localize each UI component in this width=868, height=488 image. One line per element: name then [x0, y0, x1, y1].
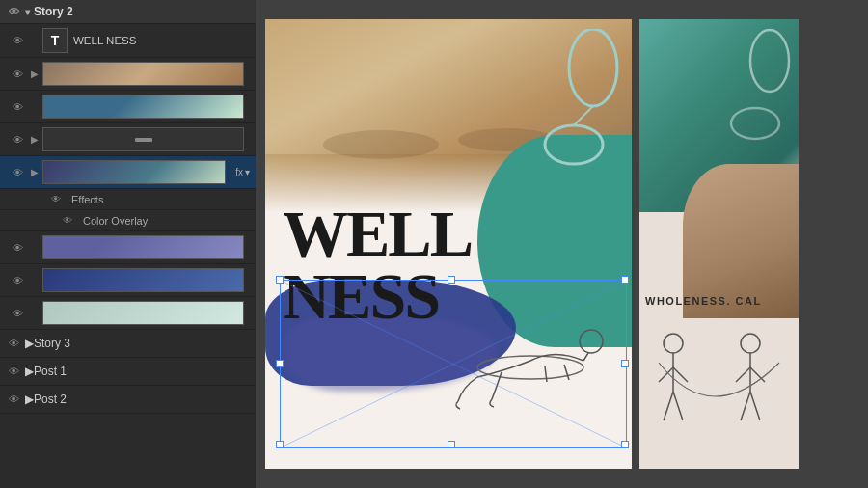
adobe2-eye-icon[interactable]: 👁 — [10, 167, 25, 178]
post2-chevron-icon: ▶ — [25, 393, 34, 406]
post1-label: Post 1 — [34, 365, 67, 378]
svg-line-26 — [750, 367, 765, 382]
svg-point-23 — [741, 334, 760, 353]
layer-shape1[interactable]: 👁 Shape 1 — [0, 91, 256, 123]
layers-panel: 👁 ▾ Story 2 👁 T WELL NESS 👁 ▶ AdobeStock… — [0, 0, 256, 488]
adobe2-thumb — [42, 160, 226, 184]
color-overlay-label: Color Overlay — [83, 215, 148, 227]
post1-chevron-icon: ▶ — [25, 365, 34, 378]
svg-line-22 — [673, 392, 683, 420]
watercolor-eye-icon[interactable]: 👁 — [10, 242, 25, 254]
story3-chevron-icon: ▶ — [25, 337, 34, 350]
effects-eye-icon: 👁 — [48, 194, 64, 204]
well-ness-layer-label: WELL NESS — [73, 35, 250, 46]
svg-point-9 — [580, 330, 603, 353]
svg-line-25 — [736, 367, 750, 382]
rp-wholeness-text: WHOLENESS. CAL — [645, 295, 762, 307]
svg-rect-0 — [135, 138, 152, 142]
color-overlay-row[interactable]: 👁 Color Overlay — [0, 210, 256, 231]
svg-point-16 — [731, 108, 779, 139]
post2-eye-icon[interactable]: 👁 — [6, 393, 21, 405]
sel-handle-bc[interactable] — [448, 441, 455, 448]
svg-point-3 — [323, 130, 439, 159]
rp-abstract-shapes — [717, 27, 794, 181]
sel-handle-mr[interactable] — [621, 360, 629, 367]
shape1-eye-icon[interactable]: 👁 — [10, 101, 25, 113]
layer-adobe2[interactable]: 👁 ▶ AdobeStock_282156710 fx ▾ — [0, 156, 256, 189]
svg-line-19 — [659, 367, 673, 382]
shape1-thumb — [42, 95, 244, 119]
line-eye-icon[interactable]: 👁 — [10, 134, 25, 146]
sel-handle-tl[interactable] — [276, 276, 284, 284]
wellness-text-element: WELL NESS — [283, 203, 472, 327]
bg-eye-icon[interactable]: 👁 — [10, 308, 25, 319]
story2-chevron-icon: ▾ — [25, 7, 30, 17]
color-overlay-eye-icon: 👁 — [60, 215, 75, 226]
line-thumb — [42, 127, 244, 151]
svg-line-7 — [574, 106, 593, 125]
layer-bg-color[interactable]: 👁 Background Color — [0, 297, 256, 330]
rp-jump-figure — [644, 314, 794, 469]
svg-line-10 — [583, 353, 588, 361]
well-ness-eye-icon[interactable]: 👁 — [10, 35, 25, 46]
story3-eye-icon[interactable]: 👁 — [6, 338, 21, 349]
layer-well-ness[interactable]: 👁 T WELL NESS — [0, 24, 256, 58]
sel-handle-tr[interactable] — [621, 276, 629, 284]
post1-eye-icon[interactable]: 👁 — [6, 366, 21, 377]
svg-line-27 — [741, 392, 750, 420]
abstract-shapes-svg — [526, 29, 622, 203]
layer-line-group[interactable]: 👁 ▶ line — [0, 123, 256, 156]
adobe1-eye-icon[interactable]: 👁 — [10, 68, 25, 80]
svg-point-15 — [750, 30, 789, 92]
right-canvas-panel: WHOLENESS. CAL — [639, 19, 799, 469]
svg-line-21 — [664, 392, 673, 420]
story2-eye-icon[interactable]: 👁 — [6, 6, 21, 17]
svg-line-11 — [564, 365, 569, 380]
svg-point-6 — [545, 125, 603, 164]
adobe1-thumb — [42, 62, 244, 86]
post1-group-header[interactable]: 👁 ▶ Post 1 — [0, 358, 256, 386]
watercolor-thumb — [42, 235, 244, 259]
story2-group-header[interactable]: 👁 ▾ Story 2 — [0, 0, 256, 24]
effects-label: Effects — [71, 194, 103, 205]
yoga-line-figure — [448, 295, 612, 420]
right-panel-content: WHOLENESS. CAL — [639, 19, 799, 469]
svg-line-12 — [545, 366, 547, 382]
shape2-thumb — [42, 268, 244, 292]
fx-badge: fx — [235, 167, 243, 177]
story2-label: Story 2 — [34, 5, 73, 18]
adobe2-chevron: ▾ — [245, 167, 250, 177]
wellness-line1: WELL — [283, 203, 472, 265]
canvas-area: WELL NESS — [256, 0, 868, 488]
svg-point-5 — [569, 29, 617, 106]
sel-handle-bl[interactable] — [276, 441, 284, 448]
svg-point-17 — [664, 334, 683, 353]
sel-handle-ml[interactable] — [276, 360, 284, 367]
sel-handle-tc[interactable] — [448, 276, 455, 284]
layer-watercolor[interactable]: 👁 Watercolor — [0, 231, 256, 264]
story3-label: Story 3 — [34, 337, 70, 350]
sel-handle-br[interactable] — [621, 441, 629, 448]
svg-line-28 — [750, 392, 760, 420]
post2-group-header[interactable]: 👁 ▶ Post 2 — [0, 386, 256, 414]
well-ness-thumb: T — [42, 28, 68, 53]
layer-adobe1[interactable]: 👁 ▶ AdobeStock_159057041 — [0, 58, 256, 91]
layer-shape2[interactable]: 👁 Shape 2 — [0, 264, 256, 297]
shape2-eye-icon[interactable]: 👁 — [10, 275, 25, 286]
post2-label: Post 2 — [34, 393, 67, 406]
effects-row[interactable]: 👁 Effects — [0, 189, 256, 210]
center-canvas-panel[interactable]: WELL NESS — [265, 19, 632, 469]
wellness-line2: NESS — [283, 265, 472, 328]
story3-group-header[interactable]: 👁 ▶ Story 3 — [0, 330, 256, 358]
center-panel-content: WELL NESS — [265, 19, 632, 469]
bg-thumb — [42, 301, 244, 325]
